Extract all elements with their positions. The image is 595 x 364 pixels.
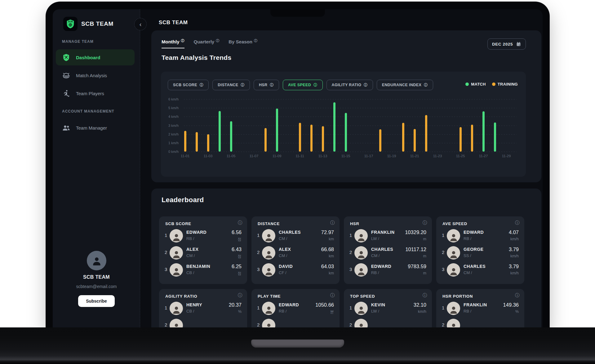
chart-bar-match-11-05	[230, 121, 232, 152]
player-position: CB /	[186, 309, 194, 313]
svg-text:SCB: SCB	[68, 20, 73, 23]
stat-value: 6.43	[232, 246, 242, 252]
card-title: PLAY TIME	[258, 294, 281, 299]
sidebar-collapse-button[interactable]: ‹	[134, 18, 147, 30]
leaderboard-row: 1EDWARDRB /1050.66분	[251, 301, 340, 316]
sidebar-item-dashboard[interactable]: Dashboard	[56, 49, 135, 65]
camera-notch	[270, 9, 325, 17]
y-axis-label: 2 km/h	[168, 132, 179, 136]
player-avatar	[354, 302, 368, 315]
leaderboard-row: 2	[251, 318, 340, 327]
chart-plot: 6 km/h5 km/h4 km/h3 km/h2 km/h1 km/h0 km…	[161, 72, 526, 177]
rank-number: 2	[165, 322, 167, 327]
x-axis-label: 11-27	[479, 154, 488, 158]
tab-by-season[interactable]: By Seasonⓘ	[229, 39, 257, 48]
card-title: DISTANCE	[258, 221, 280, 226]
leaderboard-card-hsr-portion: HSR PORTIONⓘ1FRANKLINRB /149.36%2	[436, 289, 524, 327]
page-title: SCB TEAM	[159, 20, 188, 26]
player-name: FRANKLIN	[464, 302, 487, 307]
sidebar-item-match-analysis[interactable]: Match Analysis	[56, 67, 135, 83]
leaderboard-panel: Leaderboard SCB SCOREⓘ1EDWARDRB /6.56점2A…	[151, 189, 541, 327]
leaderboard-card-play-time: PLAY TIMEⓘ1EDWARDRB /1050.66분2	[251, 289, 340, 327]
info-icon[interactable]: ⓘ	[238, 220, 242, 226]
leaderboard-row: 3BENJAMINCB /6.25점	[159, 262, 247, 278]
player-name: DAVID	[279, 264, 293, 269]
stat-unit: %	[515, 309, 519, 314]
sidebar-team-name: SCB TEAM	[81, 20, 113, 27]
chart-bar-match-11-27	[482, 111, 485, 152]
chart-gridline	[184, 134, 517, 135]
player-name: CHARLES	[464, 264, 486, 269]
player-avatar	[170, 319, 183, 327]
chart-bar-match-11-15	[345, 113, 347, 152]
card-title: AVE SPEED	[442, 221, 467, 226]
tab-quarterly[interactable]: Quarterlyⓘ	[194, 39, 220, 48]
leaderboard-row: 1HENRYCB /20.37%	[159, 301, 247, 316]
x-axis-label: 11-03	[204, 154, 213, 158]
rank-number: 3	[442, 267, 444, 272]
chart-bar-training-11-25	[460, 127, 462, 152]
leaderboard-row: 2CHARLESCM /10117.12m	[344, 245, 432, 261]
info-icon[interactable]: ⓘ	[330, 220, 335, 226]
player-avatar	[262, 229, 275, 242]
info-icon[interactable]: ⓘ	[423, 220, 427, 226]
card-title: TOP SPEED	[350, 294, 375, 299]
player-position: CB /	[186, 270, 194, 275]
stat-value: 6.56	[232, 229, 242, 235]
date-picker-button[interactable]: DEC 2025	[487, 38, 526, 50]
info-icon[interactable]: ⓘ	[238, 293, 242, 298]
leaderboard-row: 2ALEXCM /6.43점	[159, 245, 247, 261]
info-icon[interactable]: ⓘ	[515, 220, 519, 226]
player-position: LW /	[371, 309, 379, 313]
leaderboard-card-distance: DISTANCEⓘ1CHARLESCM /72.97km2ALEXCM /66.…	[251, 216, 340, 284]
tab-monthly[interactable]: Monthlyⓘ	[162, 39, 184, 48]
rank-number: 3	[257, 267, 260, 272]
info-icon[interactable]: ⓘ	[423, 293, 427, 298]
people-icon	[62, 124, 70, 132]
player-avatar	[447, 263, 460, 277]
leaderboard-row: 1EDWARDRB /4.07km/h	[436, 228, 524, 244]
sidebar-item-team-manager[interactable]: Team Manager	[56, 120, 135, 136]
date-picker-label: DEC 2025	[492, 42, 513, 47]
player-position: CM /	[279, 236, 287, 241]
leaderboard-row: 2GEORGESS /3.79km/h	[436, 245, 524, 261]
card-title: SCB SCORE	[165, 221, 191, 226]
subscribe-button[interactable]: Subscribe	[78, 295, 115, 307]
player-avatar	[354, 263, 368, 277]
profile-avatar	[87, 251, 106, 270]
player-position: LW /	[371, 236, 379, 241]
x-axis-label: 11-05	[227, 154, 236, 158]
player-avatar	[170, 229, 183, 242]
stat-value: 32.10	[414, 302, 426, 308]
y-axis-label: 1 km/h	[168, 141, 179, 145]
chart-bar-training-11-18	[379, 129, 381, 152]
info-icon[interactable]: ⓘ	[330, 293, 335, 298]
y-axis-label: 5 km/h	[168, 106, 179, 110]
laptop-frame: SCB SCB TEAM ‹ MANAGE TEAMDashboardMatch…	[46, 2, 549, 327]
chart-bar-match-11-28	[494, 122, 496, 152]
player-name: ALEX	[279, 247, 291, 252]
chart-bar-training-11-02	[196, 132, 198, 152]
player-name: BENJAMIN	[186, 264, 210, 269]
chart-gridline	[184, 99, 517, 100]
chart-bar-training-11-22	[425, 115, 427, 152]
chart-bar-match-11-14	[333, 102, 335, 152]
info-icon[interactable]: ⓘ	[515, 293, 519, 298]
leaderboard-title: Leaderboard	[162, 196, 204, 204]
leaderboard-card-hsr: HSRⓘ1FRANKLINLW /10329.20m2CHARLESCM /10…	[344, 216, 432, 284]
stat-unit: km/h	[418, 309, 426, 314]
sidebar-item-team-players[interactable]: Team Players	[56, 85, 135, 101]
player-position: RB /	[464, 236, 471, 241]
rank-number: 1	[349, 233, 352, 238]
stat-unit: km/h	[510, 254, 519, 258]
leaderboard-row: 3EDWARDRB /9783.59m	[344, 262, 432, 278]
rank-number: 1	[165, 305, 167, 310]
card-title: AGILITY RATIO	[165, 294, 197, 299]
leaderboard-row: 1KEVINLW /32.10km/h	[344, 301, 432, 316]
stat-value: 10329.20	[405, 229, 426, 235]
info-icon: ⓘ	[181, 38, 184, 43]
x-axis-label: 11-19	[387, 154, 396, 158]
x-axis-label: 11-21	[410, 154, 419, 158]
stadium-icon	[62, 71, 70, 80]
person-icon	[91, 255, 103, 267]
